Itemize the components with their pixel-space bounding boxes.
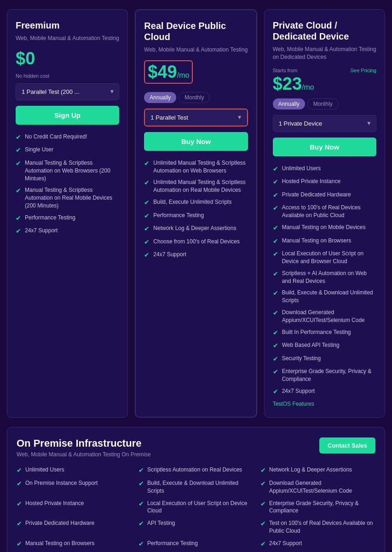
real-device-card: Real Device Public Cloud Web, Mobile Man… — [135, 9, 257, 418]
check-icon: ✔ — [144, 198, 150, 207]
private-cloud-subtitle: Web, Mobile Manual & Automation Testing … — [273, 46, 376, 61]
list-item: ✔Security Testing — [273, 355, 376, 364]
check-icon: ✔ — [260, 519, 266, 529]
private-cloud-features-list: ✔Unlimited Users ✔Hosted Private Instanc… — [273, 165, 376, 397]
check-icon: ✔ — [144, 251, 150, 260]
list-item: ✔Scriptless + AI Automation on Web and R… — [273, 270, 376, 285]
check-icon: ✔ — [273, 250, 278, 259]
list-item: ✔Manual Testing on Mobile Devices — [273, 224, 376, 233]
check-icon: ✔ — [17, 519, 22, 529]
private-cloud-dropdown-wrapper: 1 Private Device ▼ — [273, 115, 376, 132]
real-device-buy-button[interactable]: Buy Now — [144, 132, 248, 151]
freemium-price-note: No hidden cost — [16, 73, 119, 79]
list-item: ✔API Testing — [138, 519, 254, 535]
freemium-title: Freemium — [16, 20, 119, 31]
private-cloud-device-select[interactable]: 1 Private Device — [273, 115, 376, 132]
list-item: ✔Manual Testing on Browsers — [273, 237, 376, 246]
on-premise-subtitle: Web, Mobile Manual & Automation Testing … — [17, 451, 151, 458]
check-icon: ✔ — [144, 159, 150, 168]
private-cloud-price: $23 — [273, 74, 302, 93]
list-item: ✔Manual Testing & Scriptless Automation … — [16, 159, 119, 182]
contact-sales-button[interactable]: Contact Sales — [319, 437, 375, 454]
real-device-monthly-toggle[interactable]: Monthly — [179, 92, 210, 103]
check-icon: ✔ — [273, 224, 278, 233]
list-item: ✔Unlimited Manual Testing & Scriptless A… — [144, 178, 248, 194]
private-cloud-monthly-toggle[interactable]: Monthly — [307, 98, 339, 109]
list-item: ✔Build, Execute Unlimited Scripts — [144, 198, 248, 207]
list-item: ✔Performance Testing — [144, 212, 248, 221]
see-pricing-link[interactable]: See Pricing — [351, 68, 376, 73]
list-item: ✔24x7 Support — [260, 540, 375, 549]
list-item: ✔Download Generated Appium/XCUITest/Sele… — [273, 309, 376, 324]
check-icon: ✔ — [138, 479, 144, 489]
private-cloud-starts-from: Starts from — [273, 68, 314, 73]
list-item: ✔Unlimited Users — [17, 466, 132, 475]
list-item: ✔Unlimited Users — [273, 165, 376, 174]
real-device-price: $49 — [148, 62, 177, 81]
private-cloud-card: Private Cloud / Dedicated Device Web, Mo… — [264, 9, 385, 418]
check-icon: ✔ — [144, 178, 150, 188]
freemium-signup-button[interactable]: Sign Up — [16, 106, 119, 125]
check-icon: ✔ — [273, 368, 278, 377]
list-item: ✔Unlimited Manual Testing & Scriptless A… — [144, 159, 248, 175]
freemium-parallel-select[interactable]: 1 Parallel Test (200 ... — [16, 83, 119, 100]
check-icon: ✔ — [273, 270, 278, 279]
check-icon: ✔ — [138, 519, 144, 529]
list-item: ✔Private Dedicated Hardware — [273, 191, 376, 200]
list-item: ✔On Premise Instance Support — [17, 479, 132, 495]
list-item: ✔Test on 100's of Real Devices Available… — [260, 519, 375, 535]
check-icon: ✔ — [273, 178, 278, 187]
check-icon: ✔ — [260, 466, 266, 475]
private-cloud-annually-toggle[interactable]: Annually — [273, 98, 305, 109]
check-icon: ✔ — [273, 341, 278, 351]
list-item: ✔Built In Performance Testing — [273, 328, 376, 338]
freemium-card: Freemium Web, Mobile Manual & Automation… — [7, 9, 128, 418]
real-device-price-per: /mo — [177, 71, 190, 79]
check-icon: ✔ — [273, 237, 278, 246]
real-device-features-list: ✔Unlimited Manual Testing & Scriptless A… — [144, 159, 248, 260]
on-premise-title-group: On Premise Infrastructure Web, Mobile Ma… — [17, 437, 151, 458]
list-item: ✔Performance Testing — [16, 214, 119, 223]
check-icon: ✔ — [17, 479, 22, 489]
check-icon: ✔ — [138, 466, 144, 475]
check-icon: ✔ — [16, 146, 21, 155]
real-device-dropdown-wrapper: 1 Parallel Test ▼ — [144, 109, 248, 126]
list-item: ✔Choose from 100's of Real Devices — [144, 238, 248, 247]
list-item: ✔Access to 100's of Real Devices Availab… — [273, 204, 376, 219]
list-item: ✔Enterprise Grade Security, Privacy & Co… — [273, 368, 376, 383]
check-icon: ✔ — [273, 309, 278, 318]
check-icon: ✔ — [16, 133, 21, 142]
freemium-dropdown-wrapper: 1 Parallel Test (200 ... ▼ — [16, 83, 119, 100]
testos-features-link[interactable]: TestOS Features — [273, 401, 376, 407]
real-device-title: Real Device Public Cloud — [144, 20, 248, 42]
list-item: ✔Manual Testing & Scriptless Automation … — [16, 186, 119, 209]
list-item: ✔Download Generated Appium/XCUITest/Sele… — [260, 479, 375, 495]
check-icon: ✔ — [16, 227, 21, 236]
list-item: ✔Web Based API Testing — [273, 341, 376, 351]
check-icon: ✔ — [138, 500, 144, 509]
list-item: ✔No Credit Card Required! — [16, 133, 119, 142]
freemium-features-list: ✔No Credit Card Required! ✔Single User ✔… — [16, 133, 119, 236]
on-premise-title: On Premise Infrastructure — [17, 437, 151, 449]
list-item: ✔Local Execution of User Script on Devic… — [138, 500, 254, 515]
list-item: ✔Build, Execute & Download Unlimited Scr… — [273, 289, 376, 305]
check-icon: ✔ — [273, 328, 278, 338]
list-item: ✔Performance Testing — [138, 540, 254, 549]
list-item: ✔Build, Execute & Download Unlimited Scr… — [138, 479, 254, 495]
private-cloud-buy-button[interactable]: Buy Now — [273, 138, 376, 156]
freemium-subtitle: Web, Mobile Manual & Automation Testing — [16, 34, 119, 42]
list-item: ✔Network Log & Deeper Assertions — [260, 466, 375, 475]
real-device-annually-toggle[interactable]: Annually — [144, 92, 176, 103]
on-premise-header: On Premise Infrastructure Web, Mobile Ma… — [17, 437, 375, 458]
check-icon: ✔ — [273, 191, 278, 200]
list-item: ✔Single User — [16, 146, 119, 155]
list-item: ✔Enterprise Grade Security, Privacy & Co… — [260, 500, 375, 515]
check-icon: ✔ — [138, 540, 144, 549]
list-item: ✔Hosted Private Instance — [273, 178, 376, 187]
list-item: ✔Scriptless Automation on Real Devices — [138, 466, 254, 475]
private-cloud-price-per: /mo — [302, 83, 314, 91]
list-item: ✔Network Log & Deeper Assertions — [144, 224, 248, 234]
private-cloud-title: Private Cloud / Dedicated Device — [273, 20, 376, 42]
real-device-parallel-select[interactable]: 1 Parallel Test — [145, 109, 247, 126]
freemium-price: $0 — [16, 49, 35, 68]
